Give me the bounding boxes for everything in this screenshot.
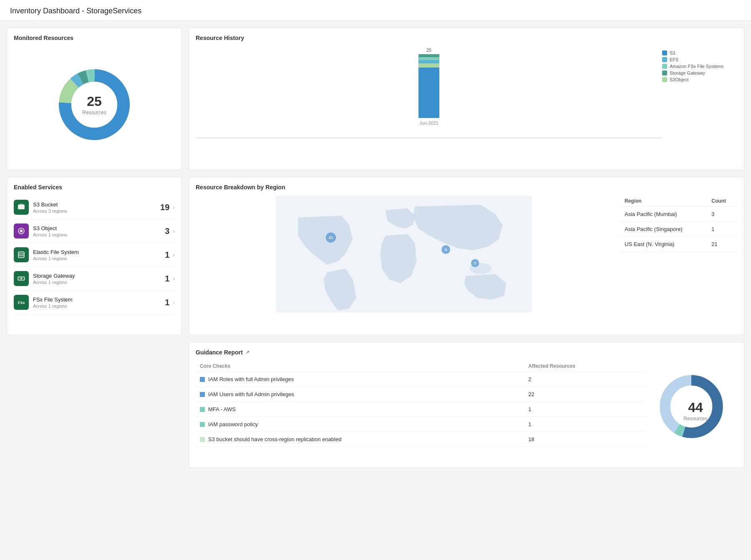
fsx-count: 1 [165,298,169,307]
monitored-resources-title: Monitored Resources [14,35,175,41]
legend-s3obj: S3Object [662,77,733,82]
guidance-count-5: 18 [524,432,645,447]
guidance-check-3: MFA - AWS [196,402,524,417]
bottom-left-empty [7,342,182,468]
region-mumbai: Asia Pacific (Mumbai) [620,207,707,222]
breakdown-panel: Resource Breakdown by Region [189,177,744,335]
legend-color-s3 [662,50,667,55]
s3bucket-regions: Across 3 regions [33,208,160,213]
stacked-bar [418,54,439,118]
guidance-row-2: IAM Users with full Admin privileges 22 [196,387,645,402]
breakdown-title: Resource Breakdown by Region [196,184,737,191]
guidance-check-1: IAM Roles with full Admin privileges [196,372,524,387]
region-row-mumbai: Asia Pacific (Mumbai) 3 [620,207,737,222]
legend-sg: Storage Gateway [662,70,733,75]
guidance-row-4: IAM password policy 1 [196,417,645,432]
legend-label-s3: S3 [670,50,675,55]
check-label-3: MFA - AWS [208,406,236,412]
efs-chevron: › [173,251,175,258]
service-item-s3object[interactable]: S3 Object Across 1 regions 3 › [14,219,175,243]
fsx-name: FSx File System [33,296,165,303]
map-svg: 21 3 1 [196,196,612,312]
resource-history-panel: Resource History 25 Jun-2021 [189,28,744,170]
fsx-regions: Across 1 regions [33,304,165,309]
fsx-info: FSx File System Across 1 regions [33,296,165,309]
legend-label-efs: EFS [670,57,678,62]
resource-count: 25 [82,94,106,109]
monitored-resources-content: 25 Resources [14,46,175,163]
fsx-icon-svg: FSx [17,298,26,307]
bar-efs [418,60,439,63]
service-item-fsx[interactable]: FSx FSx File System Across 1 regions 1 › [14,291,175,314]
bar-s3obj [418,63,439,68]
bar-fsx [418,57,439,60]
sg-icon [14,271,29,286]
donut-center: 25 Resources [82,94,106,116]
region-table: Region Count Asia Pacific (Mumbai) 3 Asi… [620,196,737,321]
guidance-row-1: IAM Roles with full Admin privileges 2 [196,372,645,387]
check-color-3 [200,407,205,412]
svg-point-7 [18,204,25,206]
guidance-count-4: 1 [524,417,645,432]
service-item-s3bucket[interactable]: S3 Bucket Across 3 regions 19 › [14,196,175,219]
efs-name: Elastic File System [33,249,165,255]
guidance-layout: Core Checks Affected Resources IAM Roles… [196,361,737,461]
svg-text:3: 3 [445,247,447,252]
count-col-header: Count [707,196,737,207]
count-us-east: 21 [707,237,737,252]
bar-s3 [418,68,439,118]
guidance-row-3: MFA - AWS 1 [196,402,645,417]
guidance-check-5: S3 bucket should have cross-region repli… [196,432,524,447]
svg-text:1: 1 [474,261,476,265]
guidance-count-3: 1 [524,402,645,417]
monitored-donut: 25 Resources [53,63,136,146]
enabled-services-panel: Enabled Services S3 Bucket Across 3 regi… [7,177,182,335]
service-item-efs[interactable]: Elastic File System Across 1 regions 1 › [14,243,175,267]
check-color-2 [200,392,205,397]
guidance-check-4: IAM password policy [196,417,524,432]
legend-color-s3obj [662,77,667,82]
svg-text:21: 21 [329,235,333,240]
s3object-chevron: › [173,228,175,234]
s3bucket-name: S3 Bucket [33,201,160,208]
region-col-header: Region [620,196,707,207]
s3object-icon-svg [17,226,26,236]
sg-regions: Across 1 regions [33,280,165,285]
bar-group: 25 Jun-2021 [416,50,441,126]
guidance-count: 44 [683,400,707,415]
efs-info: Elastic File System Across 1 regions [33,249,165,261]
guidance-report-panel: Guidance Report ↗ Core Checks Affected R… [189,342,744,468]
legend-label-sg: Storage Gateway [670,70,705,75]
svg-point-14 [20,278,22,279]
legend-color-sg [662,70,667,75]
s3bucket-chevron: › [173,204,175,211]
legend-label-fsx: Amazon FSx File Systems [670,64,723,69]
guidance-check-2: IAM Users with full Admin privileges [196,387,524,402]
guidance-data-table: Core Checks Affected Resources IAM Roles… [196,361,645,447]
legend-fsx: Amazon FSx File Systems [662,64,733,69]
region-singapore: Asia Pacific (Singapore) [620,222,707,237]
efs-regions: Across 1 regions [33,256,165,261]
guidance-count-1: 2 [524,372,645,387]
svg-point-9 [20,230,23,232]
guidance-table-container: Core Checks Affected Resources IAM Roles… [196,361,645,447]
region-row-singapore: Asia Pacific (Singapore) 1 [620,222,737,237]
sg-chevron: › [173,275,175,282]
service-item-sg[interactable]: Storage Gateway Across 1 regions 1 › [14,267,175,291]
check-color-4 [200,422,205,427]
fsx-chevron: › [173,299,175,306]
s3object-info: S3 Object Across 1 regions [33,225,165,237]
s3object-regions: Across 1 regions [33,232,165,237]
enabled-services-title: Enabled Services [14,184,175,191]
external-link-icon: ↗ [245,349,249,355]
region-us-east: US East (N. Virginia) [620,237,707,252]
bar-count-top: 25 [426,48,431,53]
page-title: Inventory Dashboard - StorageServices [0,0,751,21]
sg-info: Storage Gateway Across 1 regions [33,273,165,285]
svg-text:FSx: FSx [18,301,25,305]
bar-label: Jun-2021 [419,121,439,126]
guidance-row-5: S3 bucket should have cross-region repli… [196,432,645,447]
sg-count: 1 [165,274,169,284]
s3bucket-info: S3 Bucket Across 3 regions [33,201,160,213]
region-row-us-east: US East (N. Virginia) 21 [620,237,737,252]
